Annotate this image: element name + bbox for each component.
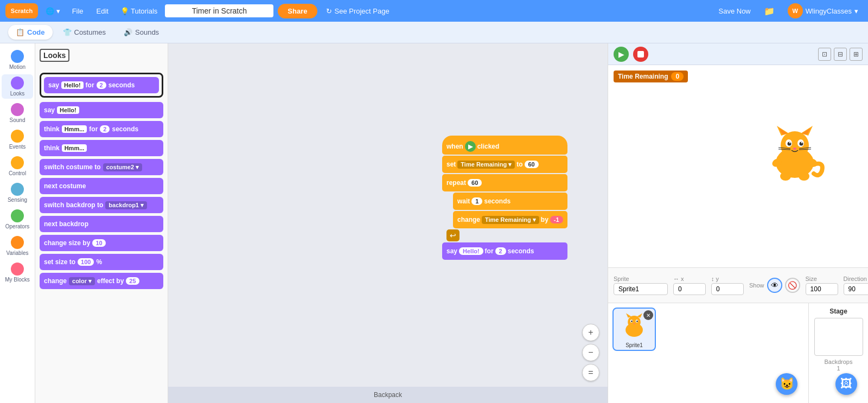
stage-thumb-image[interactable] (814, 318, 863, 356)
backpack-bar[interactable]: Backpack (168, 387, 608, 403)
switch-backdrop-block[interactable]: switch backdrop to backdrop1 ▾ (40, 197, 163, 213)
direction-input[interactable] (844, 283, 868, 295)
tab-sounds[interactable]: 🔊 Sounds (116, 25, 167, 40)
stage-controls: ▶ (614, 47, 648, 62)
wait-block[interactable]: wait 1 seconds (453, 193, 567, 210)
panel-title: Looks (40, 49, 69, 62)
change-size-block[interactable]: change size by 10 (40, 235, 163, 251)
tab-code[interactable]: 📋 Code (8, 25, 53, 40)
save-now-button[interactable]: Save Now (714, 5, 755, 17)
set-size-block[interactable]: set size to 100 % (40, 254, 163, 270)
x-label: ↔ x (673, 276, 706, 282)
direction-label: Direction (844, 276, 868, 282)
categories-sidebar: Motion Looks Sound Events Control Sensin… (0, 43, 35, 403)
sprites-stage-panel: ✕ (608, 303, 868, 403)
repeat-block[interactable]: repeat 60 (442, 174, 567, 191)
user-menu[interactable]: W WlingyClasses ▾ (783, 1, 863, 21)
svg-point-20 (799, 172, 809, 181)
svg-point-29 (631, 321, 633, 322)
backpack-label: Backpack (374, 391, 402, 399)
svg-text:Scratch: Scratch (11, 8, 33, 14)
say-block[interactable]: say Hello! (40, 102, 163, 118)
category-events[interactable]: Events (2, 127, 33, 152)
size-label: Size (806, 276, 838, 282)
svg-point-30 (636, 321, 638, 322)
share-button[interactable]: Share (278, 4, 317, 18)
variable-value: 0 (671, 72, 684, 81)
loop-end-block: ↩ (446, 229, 459, 241)
sprite-name-input[interactable] (614, 283, 668, 295)
blocks-panel: Looks say Hello! for 2 seconds say Hello… (35, 43, 168, 403)
stage-header: ▶ ⊡ ⊟ ⊞ (608, 43, 868, 65)
zoom-out-button[interactable]: − (582, 344, 599, 361)
file-menu[interactable]: File (68, 5, 88, 17)
y-input[interactable] (711, 283, 744, 295)
tutorials-button[interactable]: 💡 Tutorials (117, 5, 161, 17)
normal-stage-button[interactable]: ⊟ (834, 48, 847, 61)
svg-point-14 (793, 148, 796, 150)
zoom-reset-button[interactable]: = (582, 364, 599, 381)
fullscreen-button[interactable]: ⊞ (850, 48, 863, 61)
svg-point-3 (781, 131, 809, 159)
category-operators[interactable]: Operators (2, 207, 33, 232)
next-costume-block[interactable]: next costume (40, 178, 163, 194)
scripts-area[interactable]: when ▶ clicked set Time Remaining ▾ to 6… (168, 43, 608, 403)
stage-panel: ▶ ⊡ ⊟ ⊞ Time Remaining 0 (608, 43, 868, 403)
size-input[interactable] (806, 283, 838, 295)
globe-button[interactable]: 🌐 ▾ (42, 5, 63, 17)
when-flag-block[interactable]: when ▶ clicked (442, 136, 567, 155)
category-control[interactable]: Control (2, 154, 33, 178)
stage-label: Stage (829, 308, 847, 315)
tab-costumes[interactable]: 👕 Costumes (55, 25, 114, 40)
scratch-cat-sprite (765, 119, 825, 186)
category-variables[interactable]: Variables (2, 234, 33, 258)
add-stage-button[interactable]: 🖼 (835, 373, 857, 395)
change-effect-block[interactable]: change color ▾ effect by 25 (40, 273, 163, 289)
next-backdrop-block[interactable]: next backdrop (40, 216, 163, 232)
stop-button[interactable] (633, 47, 648, 62)
flag-icon: ▶ (465, 141, 476, 152)
sprite-grid: ✕ (612, 308, 804, 351)
sound-icon: 🔊 (124, 28, 132, 36)
x-input[interactable] (673, 283, 706, 295)
folder-icon-button[interactable]: 📁 (760, 4, 779, 18)
category-myblocks[interactable]: My Blocks (2, 260, 33, 285)
say-block-canvas[interactable]: say Hello! for 2 seconds (442, 242, 567, 260)
sprite-card-sprite1[interactable]: ✕ (612, 308, 656, 351)
svg-point-12 (789, 142, 790, 143)
show-hidden-button[interactable]: 🚫 (785, 278, 800, 293)
think-block[interactable]: think Hmm... (40, 140, 163, 156)
think-seconds-block[interactable]: think Hmm... for 2 seconds (40, 121, 163, 137)
variable-name: Time Remaining (618, 73, 668, 80)
user-avatar: W (788, 3, 803, 18)
sprite-delete-button[interactable]: ✕ (643, 310, 653, 320)
top-navigation: Scratch 🌐 ▾ File Edit 💡 Tutorials Share … (0, 0, 868, 22)
project-title-input[interactable] (165, 4, 273, 17)
sprite-name-label: Sprite1 (626, 342, 643, 348)
category-sensing[interactable]: Sensing (2, 181, 33, 205)
category-motion[interactable]: Motion (2, 48, 33, 72)
zoom-in-button[interactable]: + (582, 324, 599, 341)
show-visible-button[interactable]: 👁 (767, 278, 782, 293)
edit-menu[interactable]: Edit (92, 5, 113, 17)
variable-display: Time Remaining 0 (614, 71, 688, 82)
refresh-icon: ↻ (326, 7, 332, 15)
scratch-logo[interactable]: Scratch (5, 3, 38, 18)
zoom-controls: + − = (582, 324, 599, 381)
say-seconds-block[interactable]: say Hello! for 2 seconds (44, 77, 159, 93)
script-stack[interactable]: when ▶ clicked set Time Remaining ▾ to 6… (442, 136, 567, 260)
set-variable-block[interactable]: set Time Remaining ▾ to 60 (442, 156, 567, 173)
sprite-label: Sprite (614, 276, 668, 282)
svg-point-31 (634, 323, 635, 324)
change-variable-block[interactable]: change Time Remaining ▾ by -1 (453, 211, 567, 228)
backdrops-label: Backdrops (825, 359, 853, 365)
script-canvas: when ▶ clicked set Time Remaining ▾ to 6… (168, 43, 608, 387)
see-project-button[interactable]: ↻ See Project Page (322, 5, 394, 17)
switch-costume-block[interactable]: switch costume to costume2 ▾ (40, 159, 163, 175)
green-flag-button[interactable]: ▶ (614, 47, 629, 62)
backdrops-count: 1 (837, 365, 840, 372)
small-stage-button[interactable]: ⊡ (818, 48, 831, 61)
category-sound[interactable]: Sound (2, 101, 33, 125)
category-looks[interactable]: Looks (2, 74, 33, 99)
add-sprite-button[interactable]: 😺 (776, 373, 797, 395)
